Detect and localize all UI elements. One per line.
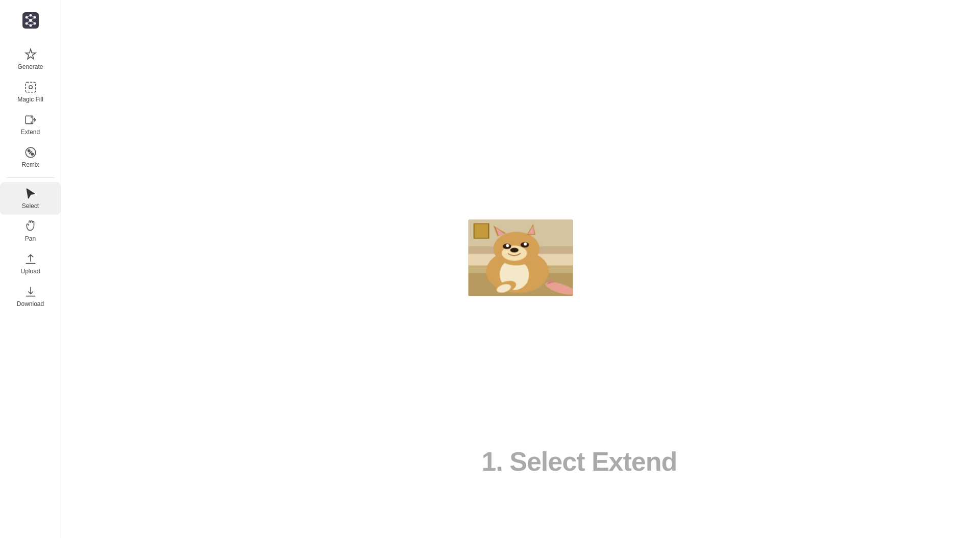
sidebar-item-select[interactable]: Select [0,182,61,215]
generate-label: Generate [17,63,43,70]
svg-point-21 [31,153,33,155]
pan-label: Pan [25,235,36,242]
instruction-text: 1. Select Extend [481,446,677,477]
sidebar-item-remix[interactable]: Remix [0,141,61,173]
doge-image [469,219,573,296]
canvas-content: 1. Select Extend [61,0,980,538]
svg-point-20 [28,150,30,152]
doge-canvas [469,219,573,296]
generate-icon [24,48,37,61]
select-label: Select [22,202,39,210]
main-canvas: 1. Select Extend [61,0,980,538]
upload-icon [24,252,37,266]
extend-icon [24,113,37,126]
pan-icon [24,220,37,233]
svg-rect-16 [26,82,36,92]
sidebar: Generate Magic Fill Extend Remix [0,0,61,538]
select-icon [24,187,37,200]
sidebar-item-generate[interactable]: Generate [0,43,61,75]
svg-point-17 [29,86,32,89]
sidebar-item-download[interactable]: Download [0,280,61,313]
sidebar-item-pan[interactable]: Pan [0,215,61,247]
sidebar-divider [6,177,55,178]
app-logo [18,8,43,33]
extend-label: Extend [21,129,40,136]
download-icon [24,285,37,298]
upload-label: Upload [20,268,40,275]
sidebar-item-upload[interactable]: Upload [0,247,61,280]
remix-icon [24,146,37,159]
download-label: Download [17,300,44,308]
magic-fill-label: Magic Fill [17,96,43,103]
magic-fill-icon [24,81,37,94]
svg-rect-18 [26,116,33,123]
sidebar-item-magic-fill[interactable]: Magic Fill [0,75,61,108]
sidebar-item-extend[interactable]: Extend [0,108,61,141]
remix-label: Remix [21,161,39,168]
